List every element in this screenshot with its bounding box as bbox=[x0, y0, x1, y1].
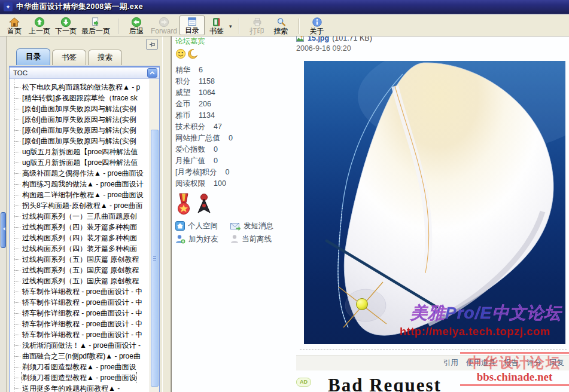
toc-item[interactable]: 轿车制作详细教程 - proe曲面设计 - 中 bbox=[13, 308, 150, 318]
toc-item[interactable]: 过线构面系列（四）装牙篇多种构面 bbox=[13, 232, 150, 243]
tree-branch-icon bbox=[14, 98, 20, 99]
tree-branch-icon bbox=[14, 249, 20, 249]
ad-text[interactable]: Bad Request bbox=[328, 373, 442, 392]
toc-item[interactable]: 过线构面系列（五）国庆篇 原创教程 bbox=[13, 254, 150, 265]
last-button[interactable]: 最后一页 bbox=[79, 16, 112, 35]
toc-item-label: [原创]曲面加厚失败原因与解法(实例 bbox=[22, 125, 136, 136]
toc-item[interactable]: 送用挺多年的难题构面教程▲ - bbox=[13, 383, 150, 392]
tab-书签[interactable]: 书签 bbox=[52, 50, 86, 65]
tree-branch-icon bbox=[14, 206, 20, 206]
stamp-title: 中华设计论坛 bbox=[460, 354, 569, 370]
bookmark-button[interactable]: 书签 bbox=[205, 16, 229, 35]
stat-label: 威望 bbox=[175, 87, 190, 99]
toc-item[interactable]: 拐头8字构面题-原创教程▲ - proe曲面 bbox=[13, 200, 150, 211]
prev-button[interactable]: 上一页 bbox=[26, 16, 53, 35]
profile-links: 个人空间发短消息加为好友当前离线 bbox=[175, 219, 290, 246]
watermark-stamp: 中华设计论坛 bbs.chinade.net bbox=[460, 352, 569, 386]
profile-link-当前离线[interactable]: 当前离线 bbox=[230, 232, 285, 246]
model-datum-point bbox=[357, 299, 368, 310]
toc-item[interactable]: 构面练习题我的做法▲ - proe曲面设计 bbox=[13, 179, 150, 189]
stat-label: 积分 bbox=[175, 76, 190, 87]
profile-link-发短消息[interactable]: 发短消息 bbox=[230, 219, 285, 232]
toc-item[interactable]: 轿车制作详细教程 - proe曲面设计 - 中 bbox=[13, 297, 150, 308]
splitter[interactable] bbox=[162, 36, 171, 392]
panel-collapse-handle[interactable] bbox=[1, 212, 6, 248]
pin-button[interactable] bbox=[146, 39, 158, 50]
profile-link-label: 加为好友 bbox=[188, 234, 218, 244]
main-area: 目录书签搜索 TOC 松下电吹风构面题我的做法教程▲ - p[精华转载]多视图跟… bbox=[0, 36, 569, 392]
action-link-引用[interactable]: 引用 bbox=[443, 358, 458, 368]
tab-目录[interactable]: 目录 bbox=[16, 48, 50, 65]
tab-搜索[interactable]: 搜索 bbox=[88, 50, 122, 65]
next-button[interactable]: 下一页 bbox=[53, 16, 79, 35]
dropdown-caret-icon[interactable]: ▾ bbox=[229, 23, 232, 29]
toc-item[interactable]: 轿车制作详细教程 - proe曲面设计 - 中 bbox=[13, 286, 150, 297]
toc-item[interactable]: 轿车制作详细教程 - proe曲面设计 - 中 bbox=[13, 329, 150, 340]
toc-item-label: 松下电吹风构面题我的做法教程▲ - p bbox=[22, 82, 140, 93]
back-button[interactable]: 后退 bbox=[124, 16, 148, 35]
toc-scrollbar-thumb[interactable] bbox=[151, 130, 159, 387]
toc-item-label: [精华转载]多视图跟踪草绘（trace sk bbox=[22, 93, 138, 103]
toc-item[interactable]: ug版五月新拆面题【proe四种解法值 bbox=[13, 146, 150, 157]
toc-item[interactable]: [原创]曲面加厚失败原因与解法(实例 bbox=[13, 114, 150, 125]
toc-item[interactable]: [原创]曲面加厚失败原因与解法(实例 bbox=[13, 125, 150, 136]
stat-row: 威望1064 bbox=[175, 87, 290, 99]
print-button: 打印 bbox=[245, 16, 269, 35]
tree-branch-icon bbox=[14, 195, 20, 195]
search-button[interactable]: 搜索 bbox=[269, 16, 293, 35]
stat-row: 网站推广总值0 bbox=[175, 133, 290, 144]
tree-branch-icon bbox=[14, 87, 20, 88]
tree-branch-icon bbox=[14, 109, 20, 109]
tree-branch-icon bbox=[14, 173, 20, 174]
stat-value: 47 bbox=[214, 121, 222, 133]
user-emoticons bbox=[175, 47, 290, 61]
toc-item[interactable]: 高级补面题之偶得作法▲ - proe曲面设 bbox=[13, 168, 150, 179]
tree-branch-icon bbox=[14, 216, 20, 217]
toc-item[interactable]: 过线构面系列（四）装牙篇多种构面 bbox=[13, 222, 150, 232]
toc-item[interactable]: 剃须刀看图造型教程▲ - proe曲面设 bbox=[13, 362, 150, 372]
toolbar-button-label: 上一页 bbox=[29, 27, 50, 35]
tree-branch-icon bbox=[14, 238, 20, 238]
toolbar-separator bbox=[239, 19, 240, 34]
toc-item-label: [原创]曲面加厚失败原因与解法(实例 bbox=[22, 103, 136, 114]
toc-item-label: 过线构面系列（一）三爪曲面题原创 bbox=[22, 211, 137, 222]
toc-item[interactable]: 过线构面系列（四）装牙篇多种构面 bbox=[13, 243, 150, 254]
search-icon bbox=[276, 17, 287, 27]
toc-item[interactable]: 过线构面系列（五）国庆篇 原创教程 bbox=[13, 265, 150, 275]
toc-scrollbar[interactable] bbox=[150, 79, 159, 392]
stat-row: 积分1158 bbox=[175, 76, 290, 87]
stat-value: 0 bbox=[214, 155, 218, 167]
toc-collapse-button[interactable] bbox=[147, 68, 157, 78]
stat-value: 1158 bbox=[199, 76, 215, 87]
profile-link-加为好友[interactable]: 加为好友 bbox=[175, 232, 230, 246]
tree-branch-icon bbox=[14, 378, 20, 378]
medal-dark-icon bbox=[196, 193, 212, 216]
toc-item[interactable]: 曲面融合之三(n侧pdf教程)▲ - proe曲 bbox=[13, 351, 150, 362]
toc-item[interactable]: ug版五月新拆面题【proe四种解法值 bbox=[13, 157, 150, 168]
title-bar[interactable]: ✦ 中华曲面设计精华集2008第一期.exe bbox=[0, 0, 569, 14]
tree-branch-icon bbox=[14, 184, 20, 185]
toc-item[interactable]: 过线构面系列（五）国庆篇 原创教程 bbox=[13, 275, 150, 286]
toc-item[interactable]: [原创]曲面加厚失败原因与解法(实例 bbox=[13, 103, 150, 114]
toc-item[interactable]: 松下电吹风构面题我的做法教程▲ - p bbox=[13, 82, 150, 93]
home-button[interactable]: 首页 bbox=[2, 16, 26, 35]
toc-item-label: [原创]曲面加厚失败原因与解法(实例 bbox=[22, 136, 136, 146]
about-button[interactable]: 关于 bbox=[305, 16, 329, 35]
toc-item[interactable]: 轿车制作详细教程 - proe曲面设计 - 中 bbox=[13, 318, 150, 329]
toc-button[interactable]: 目录 bbox=[179, 16, 205, 35]
toc-item[interactable]: 过线构面系列（一）三爪曲面题原创 bbox=[13, 211, 150, 222]
toc-item[interactable]: [精华转载]多视图跟踪草绘（trace sk bbox=[13, 93, 150, 103]
attachment-filename[interactable]: 15.jpg bbox=[308, 36, 329, 42]
tree-branch-icon bbox=[14, 345, 20, 346]
toc-item[interactable]: 构面题二详细制作教程▲ - proe曲面设 bbox=[13, 189, 150, 200]
tree-branch-icon bbox=[14, 356, 20, 357]
toc-item-label: 轿车制作详细教程 - proe曲面设计 - 中 bbox=[22, 286, 142, 297]
post-column: 15.jpg (101.71 KB) 2006-9-16 09:20 bbox=[290, 36, 569, 392]
toc-item[interactable]: [原创]曲面加厚失败原因与解法(实例 bbox=[13, 136, 150, 146]
toc-item[interactable]: 剃须刀看图造型教程▲ - proe曲面设 bbox=[13, 372, 150, 383]
ad-badge: AD bbox=[296, 378, 311, 387]
toc-item[interactable]: 浅析渐消面做法！▲ - proe曲面设计 - bbox=[13, 340, 150, 351]
profile-link-个人空间[interactable]: 个人空间 bbox=[175, 219, 230, 232]
toc-item-label: 剃须刀看图造型教程▲ - proe曲面设 bbox=[22, 372, 136, 383]
message-icon bbox=[230, 222, 241, 231]
